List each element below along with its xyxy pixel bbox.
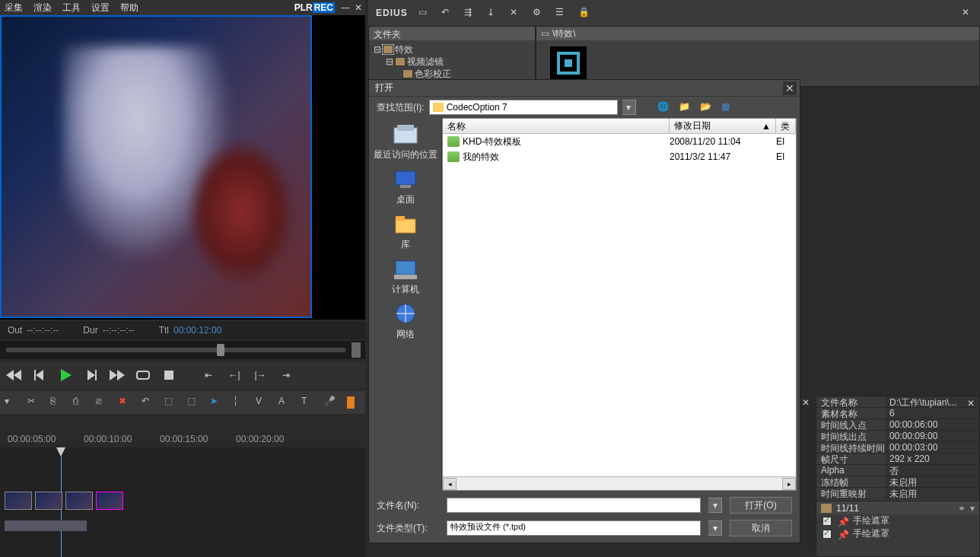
place-recent[interactable]: 最近访问的位置 [374,123,438,161]
render-icon[interactable] [347,396,355,409]
lookin-combo[interactable]: CodecOption 7 [429,100,618,115]
undo-icon[interactable]: ↶ [142,396,155,409]
filename-dropdown-icon[interactable]: ▾ [708,498,722,513]
split-icon[interactable]: ╎ [233,396,247,409]
cut-icon[interactable]: ✂ [27,396,41,409]
view-icon[interactable]: ☰ [555,7,568,19]
lookin-label: 查找范围(I): [377,101,425,114]
filename-input[interactable] [447,498,701,513]
menu-render[interactable]: 渲染 [33,2,52,14]
ripple-icon[interactable]: ⎘ [50,396,64,409]
mark-in-icon[interactable]: ⇤ [199,366,218,384]
marker-icon[interactable]: ➤ [210,396,224,409]
timeline-tracks[interactable] [0,447,365,557]
place-computer[interactable]: 计算机 [392,257,419,296]
scrub-end-marker[interactable] [352,342,361,358]
slip-icon[interactable]: ⎚ [96,396,110,409]
checkbox-icon[interactable] [822,517,832,526]
tree-item[interactable]: ⊟视频滤镜 [374,56,530,68]
back-icon[interactable]: ↶ [441,7,453,19]
nav-up-icon[interactable]: 📁 [679,101,691,113]
next-edit-icon[interactable]: |→ [251,366,269,384]
tool-1-icon[interactable]: ▾ [5,396,18,409]
clip-thumb[interactable] [35,492,62,510]
fx-tool-icon[interactable]: ⚭ [958,503,966,514]
preview-video-frame[interactable] [0,15,312,318]
properties-panel: ✕ 文件名称D:\工作\tupian\...素材名称6时间线入点00:00:06… [816,396,980,557]
import-icon[interactable]: ⤓ [487,7,499,19]
place-desktop[interactable]: 桌面 [392,167,419,206]
aux-close-icon[interactable]: ✕ [802,397,814,409]
delete-icon[interactable]: ✖ [119,396,132,409]
clip-thumb-selected[interactable] [96,492,123,510]
applied-fx-item[interactable]: 📌手绘遮罩 [816,527,979,540]
scrub-handle[interactable] [217,344,224,356]
title-icon[interactable]: T [301,396,315,409]
new-icon[interactable]: ▭ [418,7,431,19]
menu-tools[interactable]: 工具 [62,2,81,14]
scroll-left-icon[interactable]: ◂ [443,478,457,490]
timeline-ruler[interactable]: 00:00:05:00 00:00:10:00 00:00:15:00 00:0… [0,417,365,447]
scrub-track[interactable] [6,348,345,352]
clip-thumb[interactable] [5,492,32,510]
filetype-dropdown-icon[interactable]: ▾ [708,520,722,536]
tree-item[interactable]: 色彩校正 [374,68,530,80]
props-close-icon[interactable]: ✕ [967,398,975,409]
lock-icon[interactable]: 🔒 [578,7,590,19]
nav-new-icon[interactable]: 📂 [700,101,712,113]
dialog-close-icon[interactable]: ✕ [783,81,797,95]
audio-clip[interactable] [5,520,87,531]
nav-view-icon[interactable]: ▦ [721,101,733,113]
minimize-icon[interactable]: — [341,2,350,13]
fx-tool2-icon[interactable]: ▾ [970,503,975,514]
panel-close-icon[interactable]: ✕ [962,7,974,19]
edius-title: EDIUS [376,8,408,18]
prop-row: 时间线出点00:00:09:00 [816,431,979,442]
combo-dropdown-icon[interactable]: ▾ [622,100,636,115]
loop-icon[interactable] [134,366,152,384]
link-icon[interactable]: ⬚ [187,396,201,409]
close-icon[interactable]: ✕ [355,2,362,13]
stop-icon[interactable] [160,366,178,384]
file-row[interactable]: 我的特效 2011/3/2 11:47EI [443,149,796,164]
cancel-button[interactable]: 取消 [730,520,792,536]
place-network[interactable]: 网络 [392,302,419,341]
fast-fwd-icon[interactable] [108,366,126,384]
list-header[interactable]: 名称 修改日期▲ 类 [443,119,796,134]
props-icon[interactable]: ⚙ [533,7,545,19]
checkbox-icon[interactable] [822,530,832,539]
step-back-icon[interactable] [30,366,49,384]
col-name[interactable]: 名称 [443,119,670,133]
open-button[interactable]: 打开(O) [730,497,792,514]
play-icon[interactable] [56,366,75,384]
pin-icon[interactable]: 📌 [838,517,847,526]
menu-help[interactable]: 帮助 [120,2,138,14]
clip-thumb[interactable] [65,492,93,510]
col-type[interactable]: 类 [776,119,796,133]
place-library[interactable]: 库 [392,212,419,251]
effect-preset-thumb[interactable] [550,46,587,80]
col-date[interactable]: 修改日期▲ [670,119,776,133]
group-icon[interactable]: ⬚ [164,396,178,409]
prev-edit-icon[interactable]: ←| [225,366,243,384]
mic-icon[interactable]: 🎤 [324,396,338,409]
delete2-icon[interactable]: ✕ [510,7,522,19]
scroll-right-icon[interactable]: ▸ [782,478,796,490]
rewind-icon[interactable] [5,366,23,384]
h-scrollbar[interactable]: ◂ ▸ [443,476,796,490]
menu-capture[interactable]: 采集 [5,2,23,14]
mark-out-icon[interactable]: ⇥ [277,366,295,384]
v-icon[interactable]: V [256,396,269,409]
a-icon[interactable]: A [278,396,292,409]
menu-settings[interactable]: 设置 [91,2,110,14]
step-fwd-icon[interactable] [82,366,100,384]
scrub-bar[interactable] [0,341,365,359]
applied-fx-item[interactable]: 📌手绘遮罩 [816,514,979,527]
tree-icon[interactable]: ⇶ [464,7,476,19]
filetype-combo[interactable]: 特效预设文件 (*.tpd) [447,520,701,536]
tree-item-root[interactable]: ⊟特效 [374,43,530,56]
pin-icon[interactable]: 📌 [838,530,847,539]
file-row[interactable]: KHD-特效模板 2008/11/20 11:04EI [443,134,796,149]
nav-back-icon[interactable]: 🌐 [657,101,670,113]
trim-icon[interactable]: ⎙ [73,396,87,409]
